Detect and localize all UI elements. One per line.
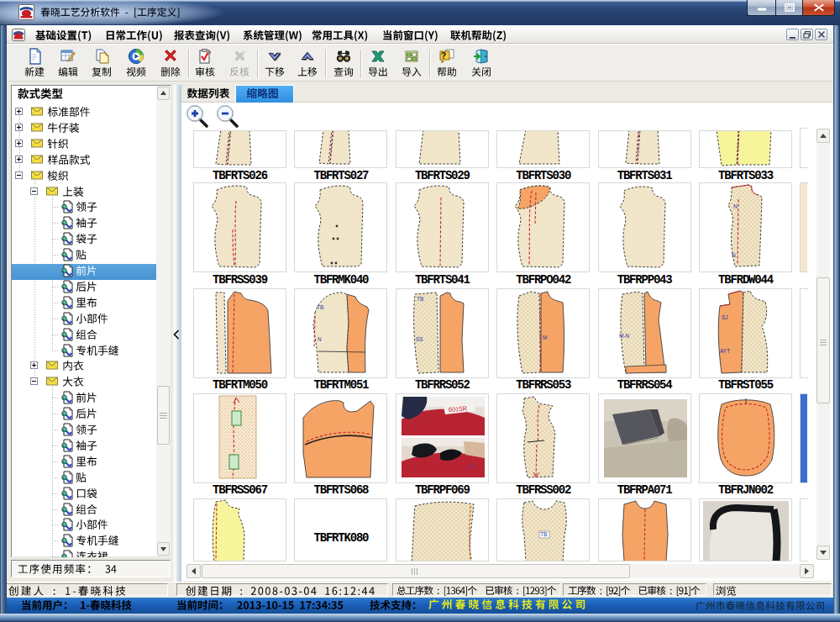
svg-text:N: N <box>732 252 736 258</box>
svg-text:SS: SS <box>416 336 423 342</box>
svg-text:QK: QK <box>467 464 475 469</box>
svg-text:M-N: M-N <box>619 333 630 339</box>
svg-text:M: M <box>543 335 547 340</box>
svg-text:TB: TB <box>417 296 423 302</box>
svg-text:SJ: SJ <box>722 314 728 320</box>
svg-text:AYT: AYT <box>720 348 730 354</box>
svg-text:TB: TB <box>540 531 547 537</box>
svg-text:?: ? <box>441 50 446 61</box>
svg-text:N: N <box>733 203 738 209</box>
svg-text:6015R: 6015R <box>448 404 467 414</box>
svg-text:TB: TB <box>317 304 323 310</box>
svg-text:N: N <box>318 336 322 342</box>
